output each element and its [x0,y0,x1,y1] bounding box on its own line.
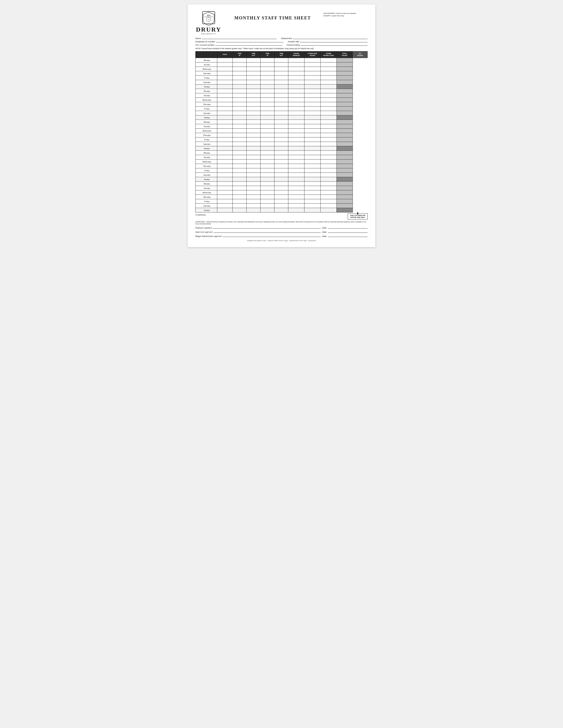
dept-label: Department [281,37,292,39]
data-cell [305,120,321,124]
data-cell [233,204,246,208]
data-cell [260,151,274,155]
data-cell [233,129,246,133]
data-cell [260,168,274,173]
data-cell [217,98,233,102]
col-header-time-out-1: TIMEOUT [246,51,260,58]
data-cell [260,111,274,115]
col-header-time-in-1: TIMEIN [233,51,246,58]
data-cell [274,199,289,204]
data-cell [246,111,260,115]
table-row: Friday [195,137,368,142]
data-cell [321,84,337,89]
page-title: MONTHLY STAFF TIME SHEET [222,15,324,21]
data-cell [217,142,233,146]
data-cell [321,93,337,98]
table-row: Wednesday [195,67,368,71]
data-cell [274,115,289,120]
sup-label: Supervisor approval [195,231,212,233]
data-cell [289,168,305,173]
data-cell [274,137,289,142]
data-cell [246,89,260,93]
data-cell [233,107,246,111]
data-cell [305,76,321,80]
data-cell [260,142,274,146]
copies-note: Original and yellow copy - Payroll Offic… [195,240,368,242]
table-row: Tuesday [195,93,368,98]
svg-rect-0 [202,11,215,24]
data-cell [260,76,274,80]
data-cell [260,98,274,102]
data-cell [260,190,274,195]
data-cell [321,115,337,120]
data-cell [233,124,246,129]
day-cell: Tuesday [195,93,217,98]
data-cell [289,76,305,80]
data-cell [260,155,274,159]
data-cell [233,164,246,168]
data-cell [289,204,305,208]
data-cell [305,115,321,120]
data-cell [260,71,274,76]
data-cell [289,89,305,93]
col-header-total: TOTALHOURS [337,51,353,58]
data-cell [305,155,321,159]
data-cell [289,173,305,177]
data-cell [217,76,233,80]
emp-date-line [328,228,368,229]
data-cell [217,107,233,111]
day-cell: Tuesday [195,155,217,159]
data-cell [289,129,305,133]
ot-cell [337,199,353,204]
day-cell: Thursday [195,71,217,76]
data-cell [246,164,260,168]
data-cell [321,199,337,204]
day-cell: Sunday [195,177,217,182]
data-cell [246,186,260,190]
data-cell [260,177,274,182]
data-cell [274,62,289,67]
data-cell [260,182,274,186]
data-cell [289,111,305,115]
day-cell: Friday [195,107,217,111]
table-row: Saturday [195,142,368,146]
data-cell [233,98,246,102]
data-cell [274,89,289,93]
data-cell [321,195,337,199]
empid-label: Employee ID number [195,40,215,43]
data-cell [233,62,246,67]
table-row: Wednesday [195,190,368,195]
logo-university: UNIVERSITY [201,33,216,35]
data-cell [246,159,260,164]
data-cell [321,151,337,155]
data-cell [246,102,260,107]
data-cell [321,71,337,76]
ot-cell [337,155,353,159]
data-cell [246,67,260,71]
ot-cell [337,84,353,89]
data-cell [217,208,233,212]
data-cell [289,58,305,62]
data-cell [321,204,337,208]
data-cell [289,199,305,204]
day-cell: Tuesday [195,186,217,190]
data-cell [305,164,321,168]
budget-date-line [328,237,368,237]
day-cell: Wednesday [195,98,217,102]
data-cell [289,142,305,146]
data-cell [274,182,289,186]
data-cell [305,186,321,190]
data-cell [305,98,321,102]
data-cell [274,164,289,168]
data-cell [289,84,305,89]
logo-name: DRURY [196,26,221,33]
day-cell: Monday [195,89,217,93]
table-row: Thursday [195,133,368,137]
data-cell [233,142,246,146]
data-cell [246,137,260,142]
ot-cell [337,89,353,93]
data-cell [274,155,289,159]
data-cell [305,111,321,115]
table-row: Wednesday [195,159,368,164]
data-cell [274,58,289,62]
